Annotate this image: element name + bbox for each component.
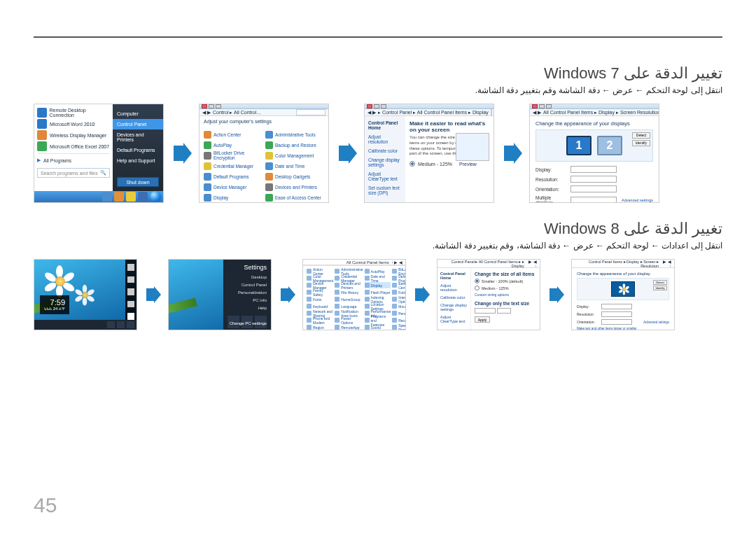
- charms-bar[interactable]: [125, 260, 136, 320]
- instruction-win8: انتقل إلى اعدادات ← لوحة التحكم ← عرض ← …: [34, 241, 722, 251]
- svg-marker-3: [146, 286, 161, 303]
- arrow-icon: [413, 286, 430, 303]
- settings-control-panel[interactable]: Control Panel: [227, 283, 267, 287]
- screenshot-win7-display: ◀ ▶▸ Control Panel ▸ All Control Panel I…: [364, 104, 494, 203]
- apply-button[interactable]: Apply: [475, 316, 490, 323]
- screenshot-win8-screen-resolution: ◀ ▶ ↑▸ Control Panel Items ▸ Display ▸ S…: [571, 259, 675, 330]
- svg-marker-1: [339, 143, 357, 164]
- cp-item: File History: [335, 289, 363, 295]
- cp-item: Date and Time: [365, 275, 391, 281]
- shutdown-button[interactable]: Shut down: [117, 177, 159, 187]
- start-control-panel[interactable]: Control Panel: [113, 119, 163, 129]
- settings-charm-icon: [127, 313, 134, 320]
- arrow-icon: [547, 286, 564, 303]
- arrow-icon: [501, 143, 522, 164]
- screenshot-win8-display: ◀ ▶ ↑▸ Control Panel ▸ All Control Panel…: [437, 259, 540, 330]
- cp-item: Speech Recognition: [392, 324, 406, 330]
- start-item: Microsoft Office Excel 2007: [50, 144, 109, 149]
- row-win8: 7:59ነሐሴ 24 ሰኞ Settings Desktop Control P…: [34, 259, 722, 330]
- section-win8: تغيير الدقة على Windows 8 انتقل إلى اعدا…: [34, 220, 722, 330]
- cp-item: Sound: [365, 324, 391, 330]
- cp-item: Programs and Features: [365, 317, 391, 323]
- heading-win8: تغيير الدقة على Windows 8: [34, 220, 722, 238]
- cp-item: Region: [307, 324, 333, 330]
- start-orb[interactable]: [150, 191, 161, 202]
- cp-item: Ease of Access Center: [392, 282, 406, 288]
- screenshot-win7-control-panel: ◀ ▶Control ▸ All Control… Adjust your co…: [199, 104, 329, 203]
- display-dropdown[interactable]: [570, 166, 617, 173]
- cp-item: Devices and Printers: [335, 282, 363, 288]
- orientation-dropdown[interactable]: [570, 185, 617, 192]
- svg-marker-6: [550, 286, 564, 303]
- cp-item[interactable]: Display: [365, 282, 391, 288]
- cp-search[interactable]: [296, 109, 326, 115]
- screenshot-win8-charms: 7:59ነሐሴ 24 ሰኞ: [34, 259, 137, 330]
- svg-marker-5: [415, 286, 430, 303]
- resolution-dropdown[interactable]: [570, 176, 617, 183]
- cp-item: Personalization: [392, 310, 406, 316]
- arrow-icon: [171, 143, 192, 164]
- cp-item: Fonts: [307, 296, 333, 302]
- svg-marker-0: [174, 143, 192, 164]
- heading-win7: تغيير الدقة على Windows 7: [34, 64, 722, 83]
- identify-button[interactable]: Identify: [632, 140, 650, 146]
- clock-overlay: 7:59ነሐሴ 24 ሰኞ: [40, 295, 69, 314]
- start-item: Wireless Display Manager: [50, 133, 106, 138]
- cp-item: HomeGroup: [335, 296, 363, 302]
- screenshot-win7-start-menu: Remote Desktop Connection Microsoft Word…: [34, 104, 164, 203]
- cp-item: Power Options: [335, 317, 363, 323]
- cp-item: Phone and Modem: [307, 317, 333, 323]
- arrow-icon: [336, 143, 357, 164]
- cp-item: RemoteApp: [335, 324, 363, 330]
- cp-item: Internet Options: [392, 296, 406, 302]
- instruction-win7: انتقل إلى لوحة التحكم ← عرض ← دقة الشاشة…: [34, 85, 722, 95]
- cp-item: Mouse: [392, 303, 406, 309]
- row-win7: Remote Desktop Connection Microsoft Word…: [34, 104, 722, 203]
- screenshot-win7-screen-resolution: ◀ ▶All Control Panel Items ▸ Display ▸ S…: [529, 104, 659, 203]
- screenshot-win8-control-panel: ◀ ▶ ↑All Control Panel Items Action Cent…: [302, 259, 406, 330]
- detect-button[interactable]: Detect: [632, 132, 650, 139]
- start-search[interactable]: Search programs and files🔍: [37, 168, 110, 178]
- page-number: 45: [34, 493, 57, 517]
- taskbar: [34, 191, 163, 202]
- arrow-icon: [144, 286, 161, 303]
- all-programs: All Programs: [43, 158, 71, 163]
- cp-item: Family Safety: [307, 289, 333, 295]
- start-item: Remote Desktop Connection: [50, 108, 110, 118]
- arrow-icon: [279, 286, 295, 303]
- start-item: Microsoft Word 2010: [50, 122, 94, 127]
- svg-marker-4: [281, 286, 295, 303]
- top-rule: [34, 36, 722, 38]
- multidisplay-dropdown[interactable]: [570, 197, 617, 203]
- svg-marker-2: [504, 143, 522, 164]
- screenshot-win8-settings-pane: Settings Desktop Control Panel Personali…: [168, 259, 272, 330]
- section-win7: تغيير الدقة على Windows 7 انتقل إلى لوحة…: [34, 64, 722, 203]
